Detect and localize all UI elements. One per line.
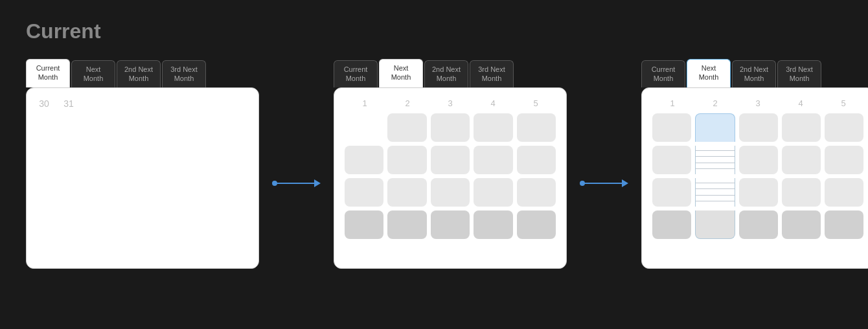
calendar-card-2: 1 2 3 4 5 bbox=[334, 87, 567, 269]
cal-cell bbox=[517, 210, 556, 239]
tabs-1: CurrentMonth NextMonth 2nd NextMonth 3rd… bbox=[26, 59, 207, 87]
cal2-h1: 1 bbox=[346, 98, 383, 108]
row-line bbox=[696, 201, 735, 201]
cal-cell bbox=[431, 210, 470, 239]
cal-cell bbox=[652, 210, 691, 239]
cal-cell bbox=[387, 178, 426, 207]
cal-cell bbox=[739, 210, 778, 239]
cal-cell-lines bbox=[695, 146, 735, 174]
cal-cell bbox=[825, 146, 863, 174]
cal-cell bbox=[825, 210, 863, 239]
cal-cell bbox=[739, 146, 778, 174]
tab-next-3[interactable]: NextMonth bbox=[687, 59, 731, 87]
cal-cell bbox=[517, 113, 556, 142]
cal-cell bbox=[825, 178, 863, 207]
cal-cell bbox=[782, 210, 821, 239]
tab-2nd-next-2[interactable]: 2nd NextMonth bbox=[424, 60, 468, 87]
page-title: Current bbox=[26, 19, 842, 43]
tabs-2: CurrentMonth NextMonth 2nd NextMonth 3rd… bbox=[334, 59, 515, 87]
cal-cell-bottom bbox=[695, 210, 735, 239]
cal2-row-1 bbox=[345, 113, 556, 142]
cal2-header: 1 2 3 4 5 bbox=[342, 96, 558, 113]
cal-cell bbox=[345, 178, 383, 207]
cal3-h1: 1 bbox=[654, 98, 691, 108]
cal-cell bbox=[474, 113, 512, 142]
cal-cell bbox=[517, 146, 556, 174]
cal1-num-31: 31 bbox=[59, 98, 78, 109]
cal3-row-1 bbox=[652, 113, 863, 142]
tab-3rd-next-2[interactable]: 3rd NextMonth bbox=[470, 60, 514, 87]
cal-cell bbox=[474, 178, 512, 207]
tab-3rd-next-1[interactable]: 3rd NextMonth bbox=[162, 60, 206, 87]
cal-cell bbox=[345, 113, 383, 142]
cal-cell bbox=[739, 113, 778, 142]
cal-cell-lines-2 bbox=[695, 178, 735, 207]
cal1-numbers-row: 30 31 bbox=[34, 96, 251, 111]
row-line bbox=[696, 163, 735, 163]
cal3-h5: 5 bbox=[825, 98, 862, 108]
arrow-2 bbox=[567, 179, 641, 187]
tab-current-2[interactable]: CurrentMonth bbox=[334, 60, 378, 87]
tab-current-3[interactable]: CurrentMonth bbox=[641, 60, 685, 87]
cal-cell bbox=[739, 178, 778, 207]
cal3-header: 1 2 3 4 5 bbox=[650, 96, 866, 113]
cal-cell bbox=[652, 146, 691, 174]
cal3-h3: 3 bbox=[739, 98, 777, 108]
tab-3rd-next-3[interactable]: 3rd NextMonth bbox=[777, 60, 821, 87]
cal-cell bbox=[345, 146, 383, 174]
tab-next-1[interactable]: NextMonth bbox=[71, 60, 115, 87]
calendar-card-3: 1 2 3 4 5 bbox=[641, 87, 868, 269]
cal-cell bbox=[782, 146, 821, 174]
row-line bbox=[696, 188, 735, 189]
cal-cell bbox=[431, 146, 470, 174]
arrow-head-1 bbox=[314, 179, 321, 187]
cal2-h2: 2 bbox=[389, 98, 426, 108]
diagram-3: CurrentMonth NextMonth 2nd NextMonth 3rd… bbox=[641, 59, 868, 269]
row-line bbox=[696, 168, 735, 169]
cal-cell bbox=[431, 178, 470, 207]
cal3-h4: 4 bbox=[782, 98, 819, 108]
cal-cell bbox=[825, 113, 863, 142]
cal-cell bbox=[345, 210, 383, 239]
diagram-1: CurrentMonth NextMonth 2nd NextMonth 3rd… bbox=[26, 59, 259, 269]
tab-2nd-next-3[interactable]: 2nd NextMonth bbox=[732, 60, 776, 87]
page-container: Current CurrentMonth NextMonth 2nd NextM… bbox=[26, 19, 842, 269]
cal3-grid bbox=[650, 113, 866, 239]
cal3-h2: 2 bbox=[696, 98, 734, 108]
cal-cell bbox=[387, 210, 426, 239]
tab-current-1[interactable]: CurrentMonth bbox=[26, 59, 70, 87]
cal2-h4: 4 bbox=[474, 98, 512, 108]
diagram-2: CurrentMonth NextMonth 2nd NextMonth 3rd… bbox=[334, 59, 567, 269]
cal-cell-selected bbox=[695, 113, 735, 142]
cal2-grid bbox=[342, 113, 558, 239]
diagrams-row: CurrentMonth NextMonth 2nd NextMonth 3rd… bbox=[26, 59, 842, 269]
cal2-row-3 bbox=[345, 178, 556, 207]
cal2-row-4 bbox=[345, 210, 556, 239]
cal-cell bbox=[782, 113, 821, 142]
cal1-num-30: 30 bbox=[34, 98, 54, 109]
row-line bbox=[696, 195, 735, 196]
cal-cell bbox=[652, 178, 691, 207]
cal-cell bbox=[387, 146, 426, 174]
calendar-card-1: 30 31 bbox=[26, 87, 259, 269]
cal-cell bbox=[652, 113, 691, 142]
row-line bbox=[696, 156, 735, 157]
arrow-line-2 bbox=[584, 183, 622, 184]
cal-cell bbox=[517, 178, 556, 207]
tab-next-2[interactable]: NextMonth bbox=[379, 59, 423, 87]
cal-cell bbox=[474, 210, 512, 239]
cal3-row-4 bbox=[652, 210, 863, 239]
cal3-row-3 bbox=[652, 178, 863, 207]
cal3-row-2 bbox=[652, 146, 863, 174]
cal2-row-2 bbox=[345, 146, 556, 174]
cal2-h3: 3 bbox=[431, 98, 469, 108]
row-line bbox=[696, 150, 735, 151]
arrow-line-1 bbox=[276, 183, 315, 184]
cal-cell bbox=[431, 113, 470, 142]
cal-cell bbox=[782, 178, 821, 207]
row-line bbox=[696, 183, 735, 183]
tab-2nd-next-1[interactable]: 2nd NextMonth bbox=[117, 60, 161, 87]
arrow-head-2 bbox=[622, 179, 628, 187]
cal-cell bbox=[387, 113, 426, 142]
arrow-1 bbox=[259, 179, 334, 187]
